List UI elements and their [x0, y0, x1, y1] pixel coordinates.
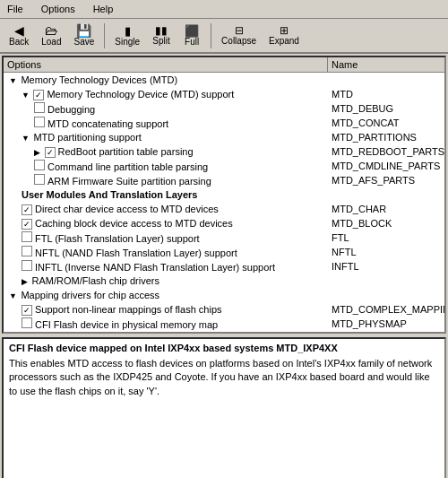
checkbox-checked[interactable]: ✓ [45, 147, 56, 158]
row-config-name: NFTL [328, 246, 444, 258]
row-label: Command line partition table parsing [47, 161, 208, 172]
tree-row[interactable]: ✓Support non-linear mappings of flash ch… [4, 302, 444, 317]
tree-row[interactable]: MTD concatenating supportMTD_CONCAT [4, 116, 444, 130]
checkbox-unchecked[interactable] [22, 260, 32, 271]
bottom-text: This enables MTD access to flash devices… [9, 357, 439, 398]
tree-row[interactable]: DebuggingMTD_DEBUG [4, 101, 444, 116]
triangle-open-icon[interactable]: ▼ [9, 291, 19, 300]
tree-row[interactable]: ✓Direct char device access to MTD device… [4, 202, 444, 216]
back-button[interactable]: ◀ Back [4, 22, 34, 49]
toolbar-separator-2 [211, 23, 211, 48]
checkbox-unchecked[interactable] [34, 117, 45, 127]
tree-row[interactable]: ▼ Mapping drivers for chip access [4, 288, 444, 302]
row-label: User Modules And Translation Layers [22, 189, 197, 200]
row-label: MTD partitioning support [33, 132, 141, 143]
checkbox-unchecked[interactable] [22, 332, 32, 334]
checkbox-unchecked[interactable] [34, 160, 45, 170]
row-config-name: MTD_COMPLEX_MAPPING [328, 303, 444, 316]
tree-row[interactable]: ▼ MTD partitioning supportMTD_PARTITIONS [4, 130, 444, 144]
checkbox-unchecked[interactable] [22, 231, 32, 242]
triangle-open-icon[interactable]: ▼ [22, 91, 31, 100]
row-config-name: INFTL [328, 260, 444, 273]
row-content: Command line partition table parsing [32, 159, 328, 173]
tree-row[interactable]: ▶ ✓RedBoot partition table parsingMTD_RE… [4, 144, 444, 159]
tree-row[interactable]: ✓Caching block device access to MTD devi… [4, 216, 444, 230]
main-container: Options Name ▼ Memory Technology Devices… [0, 54, 448, 478]
row-config-name: MTD_BLOCK [328, 217, 444, 230]
triangle-open-icon[interactable]: ▼ [9, 76, 19, 85]
tree-row[interactable]: CFI Flash device in physical memory mapM… [4, 317, 444, 331]
row-content: ▶ ✓RedBoot partition table parsing [32, 145, 328, 159]
tree-row[interactable]: NFTL (NAND Flash Translation Layer) supp… [4, 245, 444, 259]
full-label: Full [185, 37, 199, 47]
load-button[interactable]: 🗁 Load [36, 22, 66, 49]
checkbox-checked[interactable]: ✓ [22, 204, 32, 215]
row-config-name [328, 194, 444, 196]
split-button[interactable]: ▮▮ Split [147, 22, 176, 48]
checkbox-checked[interactable]: ✓ [22, 305, 32, 316]
tree-row[interactable]: CFI Flash device mapped on ARM Integrato… [4, 331, 444, 334]
triangle-open-icon[interactable]: ▼ [22, 134, 31, 143]
save-button[interactable]: 💾 Save [68, 22, 99, 49]
tree-row[interactable]: ▼ ✓Memory Technology Device (MTD) suppor… [4, 87, 444, 101]
row-config-name: MTD_CHAR [328, 203, 444, 215]
checkbox-checked[interactable]: ✓ [33, 90, 44, 100]
row-label: Support non-linear mappings of flash chi… [35, 304, 222, 315]
expand-button[interactable]: ⊞ Expand [263, 22, 305, 48]
tree-row[interactable]: ▼ Memory Technology Devices (MTD) [4, 73, 444, 87]
tree-row[interactable]: FTL (Flash Translation Layer) supportFTL [4, 230, 444, 245]
collapse-label: Collapse [221, 36, 256, 46]
row-label: CFI Flash device in physical memory map [35, 319, 218, 330]
collapse-button[interactable]: ⊟ Collapse [216, 22, 262, 48]
row-config-name [328, 79, 444, 81]
menu-options[interactable]: Options [38, 2, 79, 16]
row-content: ▼ ✓Memory Technology Device (MTD) suppor… [20, 88, 328, 101]
expand-label: Expand [269, 36, 299, 46]
expand-icon: ⊞ [280, 25, 289, 36]
row-content: ARM Firmware Suite partition parsing [32, 173, 328, 187]
row-label: MTD concatenating support [47, 118, 168, 129]
row-label: Mapping drivers for chip access [21, 290, 159, 300]
single-button[interactable]: ▮ Single [109, 22, 145, 49]
load-icon: 🗁 [45, 24, 57, 37]
tree-row[interactable]: User Modules And Translation Layers [4, 187, 444, 202]
triangle-right-icon[interactable]: ▶ [34, 148, 43, 157]
tree-row[interactable]: ARM Firmware Suite partition parsingMTD_… [4, 173, 444, 187]
row-content: ▼ Mapping drivers for chip access [7, 289, 328, 301]
checkbox-unchecked[interactable] [34, 174, 45, 185]
full-button[interactable]: ⬛ Full [177, 22, 206, 49]
back-icon: ◀ [14, 24, 24, 37]
row-content: User Modules And Translation Layers [7, 188, 328, 201]
row-content: ▼ Memory Technology Devices (MTD) [7, 74, 328, 86]
checkbox-unchecked[interactable] [22, 246, 32, 256]
menu-help[interactable]: Help [90, 2, 117, 16]
tree-row[interactable]: Command line partition table parsingMTD_… [4, 159, 444, 173]
row-config-name: MTD_PHYSMAP [328, 317, 444, 330]
split-label: Split [152, 36, 169, 46]
single-label: Single [115, 37, 140, 47]
row-config-name: MTD_CONCAT [328, 117, 444, 129]
tree-row[interactable]: INFTL (Inverse NAND Flash Translation La… [4, 259, 444, 274]
toolbar: ◀ Back 🗁 Load 💾 Save ▮ Single ▮▮ Split ⬛… [0, 19, 448, 54]
tree-panel[interactable]: Options Name ▼ Memory Technology Devices… [2, 56, 446, 334]
row-config-name: MTD [328, 88, 444, 100]
checkbox-checked[interactable]: ✓ [22, 219, 32, 230]
row-config-name: FTL [328, 231, 444, 244]
row-content: CFI Flash device in physical memory map [20, 317, 328, 331]
checkbox-unchecked[interactable] [34, 102, 45, 113]
save-icon: 💾 [76, 24, 91, 37]
row-content: FTL (Flash Translation Layer) support [20, 230, 328, 245]
menu-file[interactable]: File [4, 2, 27, 16]
collapse-icon: ⊟ [235, 25, 244, 36]
row-label: Direct char device access to MTD devices [35, 204, 219, 214]
bottom-title: CFI Flash device mapped on Intel IXP4xx … [9, 343, 439, 353]
row-label: RAM/ROM/Flash chip drivers [32, 275, 159, 286]
row-content: CFI Flash device mapped on ARM Integrato… [20, 331, 328, 334]
row-config-name [328, 280, 444, 282]
triangle-right-icon[interactable]: ▶ [22, 277, 30, 286]
tree-row[interactable]: ▶ RAM/ROM/Flash chip drivers [4, 274, 444, 288]
tree-rows: ▼ Memory Technology Devices (MTD)▼ ✓Memo… [4, 73, 444, 334]
row-content: MTD concatenating support [32, 116, 328, 130]
checkbox-unchecked[interactable] [22, 317, 32, 328]
load-label: Load [41, 37, 61, 47]
